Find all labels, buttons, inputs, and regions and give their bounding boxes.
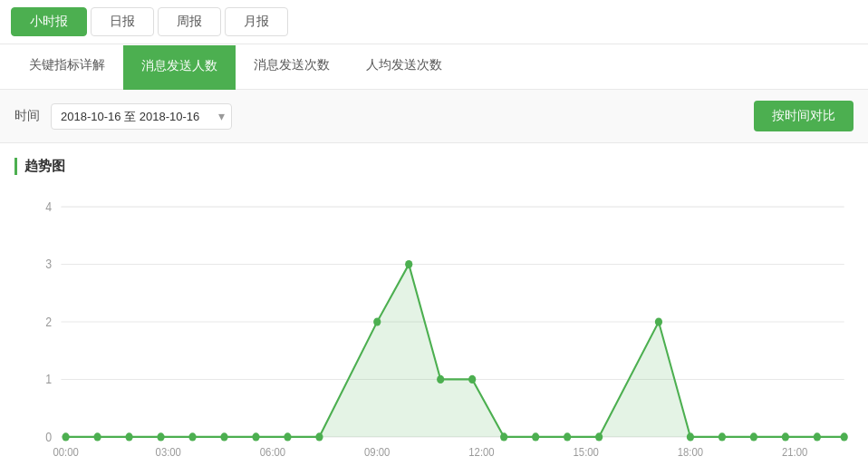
data-point-16 — [595, 432, 603, 441]
data-point-18 — [687, 432, 694, 441]
svg-text:4: 4 — [45, 199, 52, 214]
svg-text:3: 3 — [45, 257, 52, 271]
tab-daily[interactable]: 日报 — [91, 7, 154, 36]
secondary-tab-bar: 关键指标详解 消息发送人数 消息发送次数 人均发送次数 — [0, 44, 868, 90]
data-point-1 — [93, 432, 101, 441]
tab-weekly[interactable]: 周报 — [158, 7, 221, 36]
data-point-22 — [814, 432, 821, 441]
data-point-4 — [188, 432, 196, 441]
svg-text:0: 0 — [45, 430, 52, 444]
data-point-19 — [719, 432, 726, 441]
svg-text:15:00: 15:00 — [574, 445, 600, 458]
tab-send-people[interactable]: 消息发送人数 — [123, 45, 236, 90]
tab-keymetrics[interactable]: 关键指标详解 — [11, 44, 123, 89]
chart-section: 趋势图 4 3 2 1 0 00:00 03:00 06:00 09:00 12… — [0, 143, 868, 466]
chart-container: 4 3 2 1 0 00:00 03:00 06:00 09:00 12:00 … — [14, 186, 854, 458]
svg-text:21:00: 21:00 — [782, 445, 808, 458]
tab-hourly[interactable]: 小时报 — [11, 7, 87, 36]
data-point-9 — [373, 317, 381, 325]
data-point-17 — [655, 317, 662, 325]
date-picker[interactable]: 2018-10-16 至 2018-10-16 — [51, 103, 232, 130]
chart-title: 趋势图 — [14, 158, 854, 175]
data-point-23 — [841, 432, 848, 441]
data-point-12 — [468, 375, 476, 383]
data-point-3 — [157, 432, 164, 441]
trend-chart: 4 3 2 1 0 00:00 03:00 06:00 09:00 12:00 … — [14, 186, 854, 458]
data-point-7 — [284, 432, 291, 441]
data-point-6 — [252, 432, 259, 441]
data-point-10 — [405, 260, 412, 268]
tab-send-count[interactable]: 消息发送次数 — [236, 44, 348, 89]
tab-avg-send[interactable]: 人均发送次数 — [348, 44, 460, 89]
time-label: 时间 — [14, 108, 40, 124]
date-picker-wrapper[interactable]: 2018-10-16 至 2018-10-16 — [51, 103, 232, 130]
data-point-8 — [315, 432, 323, 441]
top-tab-bar: 小时报 日报 周报 月报 — [0, 0, 868, 44]
data-point-14 — [532, 432, 539, 441]
data-point-13 — [500, 432, 507, 441]
compare-button[interactable]: 按时间对比 — [754, 101, 854, 131]
data-point-0 — [62, 432, 69, 441]
data-point-2 — [125, 432, 132, 441]
data-point-5 — [220, 432, 227, 441]
svg-text:03:00: 03:00 — [156, 445, 182, 458]
filter-bar: 时间 2018-10-16 至 2018-10-16 按时间对比 — [0, 90, 868, 143]
svg-text:00:00: 00:00 — [53, 445, 79, 458]
svg-text:18:00: 18:00 — [678, 445, 704, 458]
data-point-20 — [750, 432, 757, 441]
svg-text:06:00: 06:00 — [260, 445, 286, 458]
svg-marker-18 — [66, 265, 844, 437]
svg-text:12:00: 12:00 — [468, 445, 495, 458]
data-point-11 — [437, 375, 444, 383]
svg-text:1: 1 — [45, 372, 52, 386]
svg-text:2: 2 — [45, 315, 52, 329]
data-point-15 — [564, 432, 571, 441]
svg-text:09:00: 09:00 — [364, 445, 391, 458]
data-point-21 — [782, 432, 789, 441]
tab-monthly[interactable]: 月报 — [225, 7, 288, 36]
